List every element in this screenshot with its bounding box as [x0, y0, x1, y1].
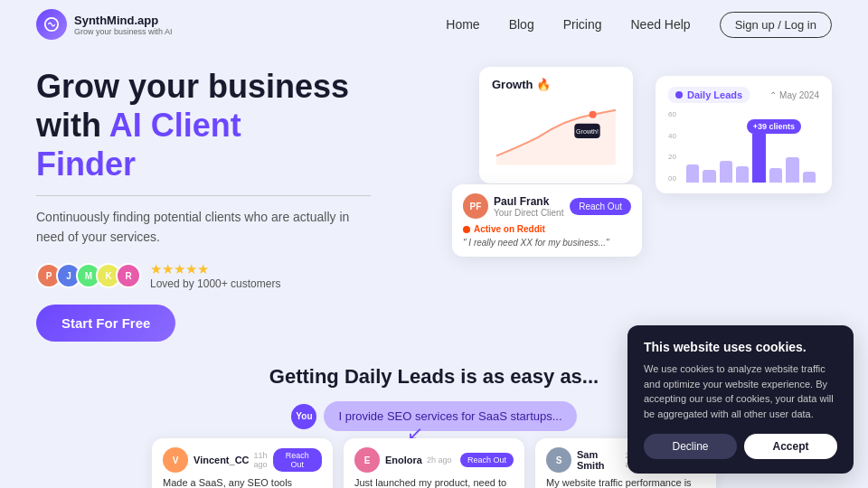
navbar: SynthMind.app Grow your business with AI…: [0, 0, 868, 49]
lead-avatar-2: E: [354, 447, 380, 473]
lead-body-3: My website traffic performance is terrib…: [546, 477, 705, 488]
start-free-button[interactable]: Start For Free: [36, 305, 175, 342]
lead-name-3: Sam Smith: [577, 449, 620, 471]
paul-role: Your Direct Client: [494, 208, 563, 218]
bar: [703, 170, 715, 183]
hero-subtitle: Continuously finding potential clients w…: [36, 195, 371, 248]
lead-avatar-3: S: [546, 447, 571, 473]
bar: [786, 157, 798, 183]
cookie-banner: This website uses cookies. We use cookie…: [627, 325, 854, 474]
lead-avatar-1: V: [163, 447, 188, 473]
lead-reach-2[interactable]: Reach Out: [460, 453, 514, 467]
avatar: R: [116, 263, 141, 288]
hero-right: Growth 🔥 Growth! PF Paul Frank Your Dire…: [452, 67, 832, 320]
paul-quote: " I really need XX for my business...": [463, 238, 631, 248]
reddit-active-badge: Active on Reddit: [463, 224, 631, 234]
lead-body-2: Just launched my product, need to hire a…: [354, 477, 514, 488]
reddit-dot: [463, 226, 470, 233]
growth-title: Growth 🔥: [492, 78, 620, 91]
lead-time-1: 11h ago: [254, 451, 268, 469]
lead-name-1: Vincent_CC: [193, 455, 250, 465]
growth-card: Growth 🔥 Growth!: [479, 67, 633, 183]
hero-section: Grow your business with AI ClientFinder …: [0, 49, 868, 351]
y-label: 60: [668, 110, 676, 118]
y-label: 20: [668, 153, 676, 161]
logo-subtitle: Grow your business with AI: [74, 27, 173, 36]
paul-reach-button[interactable]: Reach Out: [570, 198, 631, 215]
leads-title-badge: Daily Leads: [668, 87, 750, 103]
bar: [736, 166, 749, 183]
bar: [803, 172, 816, 183]
social-proof-text: Loved by 1000+ customers: [150, 277, 280, 290]
nav-pricing[interactable]: Pricing: [563, 17, 602, 32]
you-message-bubble: I provide SEO services for SaaS startups…: [324, 401, 576, 431]
avatars: P J M K R: [36, 263, 141, 288]
growth-chart: Growth!: [492, 97, 620, 169]
paul-frank-card: PF Paul Frank Your Direct Client Reach O…: [452, 184, 642, 257]
cookie-decline-button[interactable]: Decline: [644, 434, 737, 459]
paul-name: Paul Frank: [494, 195, 563, 208]
hero-left: Grow your business with AI ClientFinder …: [36, 67, 425, 342]
svg-text:Growth!: Growth!: [576, 128, 599, 136]
bar-chart: +39 clients: [683, 110, 819, 183]
lead-body-1: Made a SaaS, any SEO tools recommend?: [163, 477, 322, 488]
active-text: Active on Reddit: [474, 224, 545, 234]
lead-reach-1[interactable]: Reach Out: [273, 448, 322, 472]
bar: [686, 164, 699, 183]
signup-login-button[interactable]: Sign up / Log in: [720, 12, 832, 38]
cookie-title: This website uses cookies.: [644, 340, 837, 354]
svg-point-1: [590, 111, 597, 118]
nav-blog[interactable]: Blog: [509, 17, 534, 32]
logo-title: SynthMind.app: [74, 14, 173, 27]
nav-need-help[interactable]: Need Help: [630, 17, 690, 32]
paul-avatar: PF: [463, 193, 488, 219]
nav-home[interactable]: Home: [446, 17, 479, 32]
bar-tall: [752, 132, 765, 183]
lead-name-2: Enolora: [385, 455, 422, 465]
cookie-text: We use cookies to analyze website traffi…: [644, 361, 837, 421]
leads-date: ⌃ May 2024: [769, 90, 819, 100]
logo-icon: [36, 9, 67, 40]
cookie-accept-button[interactable]: Accept: [744, 434, 837, 459]
leads-title: Daily Leads: [687, 89, 742, 100]
hero-social-proof: P J M K R ★★★★★ Loved by 1000+ customers: [36, 261, 425, 290]
daily-leads-card: Daily Leads ⌃ May 2024 60 40 20 00: [656, 76, 832, 193]
bar: [769, 168, 782, 183]
nav-links: Home Blog Pricing Need Help Sign up / Lo…: [446, 12, 832, 38]
lead-card-2: E Enolora 2h ago Reach Out Just launched…: [344, 438, 524, 488]
star-rating: ★★★★★: [150, 261, 280, 277]
lead-time-2: 2h ago: [427, 455, 452, 465]
tooltip-bubble: +39 clients: [747, 119, 801, 134]
cookie-buttons: Decline Accept: [644, 434, 837, 459]
you-tag: You: [291, 404, 316, 429]
leads-dot: [675, 91, 683, 99]
y-label: 40: [668, 132, 676, 140]
logo[interactable]: SynthMind.app Grow your business with AI: [36, 9, 173, 40]
y-label: 00: [668, 174, 676, 183]
hero-title: Grow your business with AI ClientFinder: [36, 67, 425, 184]
bar: [720, 161, 732, 183]
lead-card-1: V Vincent_CC 11h ago Reach Out Made a Sa…: [152, 438, 333, 488]
